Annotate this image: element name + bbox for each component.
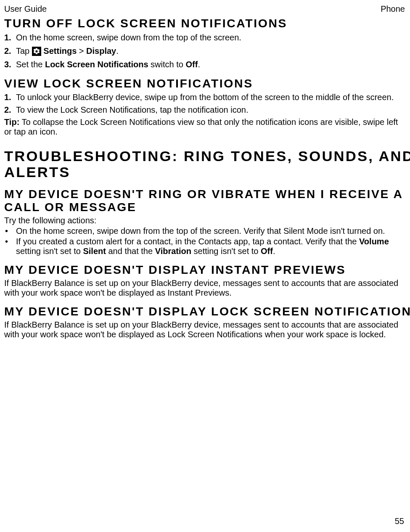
tip-text: Tip: To collapse the Lock Screen Notific… bbox=[4, 117, 405, 137]
heading-no-lsn-display: MY DEVICE DOESN'T DISPLAY LOCK SCREEN NO… bbox=[4, 305, 410, 318]
step-text: On the home screen, swipe down from the … bbox=[16, 33, 241, 42]
page-header: User Guide Phone bbox=[4, 4, 405, 14]
heading-troubleshooting: TROUBLESHOOTING: RING TONES, SOUNDS, AND… bbox=[4, 148, 410, 180]
list-item: 1. On the home screen, swipe down from t… bbox=[4, 32, 405, 43]
gear-icon bbox=[32, 47, 41, 56]
heading-turn-off-lsn: TURN OFF LOCK SCREEN NOTIFICATIONS bbox=[4, 17, 410, 30]
bullets-no-ring: On the home screen, swipe down from the … bbox=[4, 226, 405, 256]
step-text: To view the Lock Screen Notifications, t… bbox=[16, 105, 249, 114]
body-no-lsn-display: If BlackBerry Balance is set up on your … bbox=[4, 320, 405, 339]
intro-text: Try the following actions: bbox=[4, 216, 405, 225]
steps-view-lsn: 1. To unlock your BlackBerry device, swi… bbox=[4, 92, 405, 115]
list-item: 2. To view the Lock Screen Notifications… bbox=[4, 105, 405, 115]
heading-no-instant-previews: MY DEVICE DOESN'T DISPLAY INSTANT PREVIE… bbox=[4, 264, 410, 277]
list-item: 3. Set the Lock Screen Notifications swi… bbox=[4, 59, 405, 70]
list-item: 2. Tap Settings > Display. bbox=[4, 45, 405, 56]
header-left: User Guide bbox=[4, 4, 47, 14]
step-text: To unlock your BlackBerry device, swipe … bbox=[16, 93, 394, 102]
heading-no-ring: MY DEVICE DOESN'T RING OR VIBRATE WHEN I… bbox=[4, 188, 410, 214]
heading-view-lsn: VIEW LOCK SCREEN NOTIFICATIONS bbox=[4, 77, 410, 90]
body-no-instant-previews: If BlackBerry Balance is set up on your … bbox=[4, 278, 405, 298]
list-item: If you created a custom alert for a cont… bbox=[4, 237, 405, 256]
list-item: 1. To unlock your BlackBerry device, swi… bbox=[4, 92, 405, 102]
header-right: Phone bbox=[381, 4, 405, 14]
list-item: On the home screen, swipe down from the … bbox=[4, 226, 405, 236]
steps-turn-off-lsn: 1. On the home screen, swipe down from t… bbox=[4, 32, 405, 70]
page-number: 55 bbox=[395, 516, 404, 526]
